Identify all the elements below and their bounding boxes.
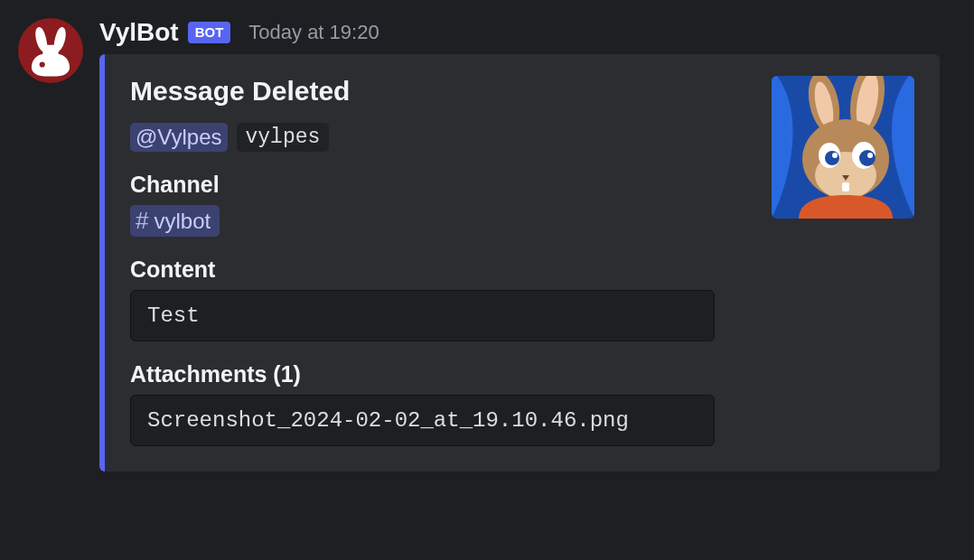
attachments-field-label: Attachments (1)	[130, 361, 754, 387]
svg-point-12	[867, 153, 873, 158]
content-field-label: Content	[130, 257, 754, 283]
embed-title: Message Deleted	[130, 76, 754, 107]
svg-point-11	[832, 153, 838, 158]
rabbit-icon	[23, 23, 79, 79]
attachments-value: Screenshot_2024-02-02_at_19.10.46.png	[130, 395, 715, 446]
channel-name: vylbot	[154, 209, 211, 234]
thumbnail-image	[772, 76, 914, 219]
channel-mention[interactable]: # vylbot	[130, 205, 220, 237]
author-name[interactable]: VylBot	[99, 18, 179, 47]
hash-icon: #	[136, 207, 148, 235]
message-body: VylBot BOT Today at 19:20 Message Delete…	[99, 18, 960, 471]
user-mention[interactable]: @Vylpes	[130, 123, 228, 152]
content-value: Test	[130, 290, 715, 341]
svg-point-10	[859, 150, 876, 166]
embed-user-row: @Vylpes vylpes	[130, 123, 754, 152]
message-container: VylBot BOT Today at 19:20 Message Delete…	[0, 0, 974, 486]
embed-thumbnail[interactable]	[772, 76, 914, 219]
embed-container: Message Deleted @Vylpes vylpes Channel #…	[99, 54, 940, 471]
embed-main: Message Deleted @Vylpes vylpes Channel #…	[130, 76, 754, 446]
svg-point-9	[825, 151, 839, 165]
bot-avatar[interactable]	[18, 18, 83, 83]
message-header: VylBot BOT Today at 19:20	[99, 18, 960, 47]
svg-rect-13	[842, 182, 849, 191]
user-tag: vylpes	[237, 123, 330, 152]
bot-badge: BOT	[188, 22, 231, 43]
channel-field-label: Channel	[130, 172, 754, 198]
message-timestamp: Today at 19:20	[248, 21, 379, 44]
